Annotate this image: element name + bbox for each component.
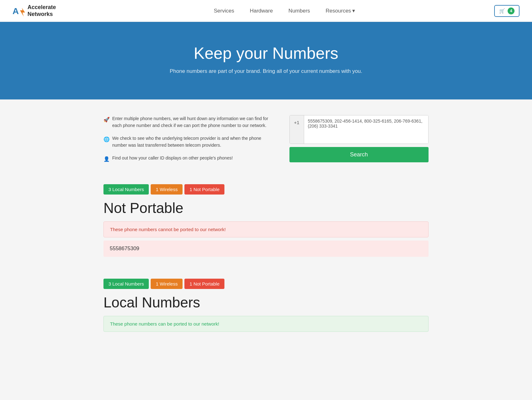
local-numbers-section: 3 Local Numbers 1 Wireless 1 Not Portabl…: [103, 279, 429, 332]
logo-line2: Networks: [28, 11, 56, 18]
tag-local-numbers-1[interactable]: 3 Local Numbers: [103, 184, 149, 195]
logo-line1: Accelerate: [28, 4, 56, 11]
tag-not-portable-2[interactable]: 1 Not Portable: [184, 279, 224, 289]
country-code: +1: [290, 115, 304, 144]
tag-wireless-1[interactable]: 1 Wireless: [151, 184, 183, 195]
svg-text:A: A: [13, 6, 19, 16]
cart-button[interactable]: 🛒 4: [494, 5, 519, 17]
svg-marker-1: [20, 8, 25, 17]
tag-not-portable-1[interactable]: 1 Not Portable: [184, 184, 224, 195]
chevron-down-icon: ▾: [352, 8, 355, 14]
nav-resources-label: Resources: [326, 8, 351, 14]
local-numbers-alert: These phone numbers can be ported to our…: [103, 316, 429, 332]
hero-subtitle: Phone numbers are part of your brand. Br…: [13, 68, 519, 74]
phone-textarea[interactable]: 5558675309, 202-456-1414, 800-325-6165, …: [304, 115, 428, 144]
main-nav: Services Hardware Numbers Resources ▾: [75, 8, 494, 14]
phone-input-row: +1 5558675309, 202-456-1414, 800-325-616…: [289, 115, 429, 144]
not-portable-alert: These phone numbers cannot be ported to …: [103, 221, 429, 237]
rocket-icon: 🚀: [103, 116, 110, 129]
hero-title: Keep your Numbers: [13, 44, 519, 63]
globe-icon: 🌐: [103, 135, 110, 149]
main-content: 🚀 Enter multiple phone numbers, we will …: [94, 115, 438, 332]
nav-numbers[interactable]: Numbers: [289, 8, 310, 14]
header: A Accelerate Networks Services Hardware …: [0, 0, 532, 22]
not-portable-title: Not Portable: [103, 200, 429, 216]
tag-wireless-2[interactable]: 1 Wireless: [151, 279, 183, 289]
logo[interactable]: A Accelerate Networks: [13, 4, 56, 18]
nav-resources[interactable]: Resources ▾: [326, 8, 355, 14]
tags-row-2: 3 Local Numbers 1 Wireless 1 Not Portabl…: [103, 279, 429, 289]
tag-local-numbers-2[interactable]: 3 Local Numbers: [103, 279, 149, 289]
not-portable-section: 3 Local Numbers 1 Wireless 1 Not Portabl…: [103, 184, 429, 257]
info-paragraph-3: 👤 Find out how your caller ID displays o…: [103, 154, 271, 163]
search-box: +1 5558675309, 202-456-1414, 800-325-616…: [289, 115, 429, 162]
search-section: 🚀 Enter multiple phone numbers, we will …: [103, 115, 429, 169]
cart-icon: 🛒: [499, 8, 505, 14]
person-icon: 👤: [103, 155, 110, 163]
cart-badge: 4: [508, 8, 514, 14]
info-paragraph-2: 🌐 We check to see who the underlying tel…: [103, 135, 271, 149]
nav-hardware[interactable]: Hardware: [250, 8, 273, 14]
not-portable-number-row: 5558675309: [103, 241, 429, 257]
info-paragraph-1: 🚀 Enter multiple phone numbers, we will …: [103, 115, 271, 129]
nav-services[interactable]: Services: [214, 8, 234, 14]
search-button[interactable]: Search: [289, 147, 429, 162]
logo-icon: A: [13, 5, 25, 17]
search-info: 🚀 Enter multiple phone numbers, we will …: [103, 115, 271, 169]
tags-row-1: 3 Local Numbers 1 Wireless 1 Not Portabl…: [103, 184, 429, 195]
local-numbers-title: Local Numbers: [103, 294, 429, 311]
not-portable-number: 5558675309: [110, 246, 139, 251]
hero-section: Keep your Numbers Phone numbers are part…: [0, 22, 532, 99]
